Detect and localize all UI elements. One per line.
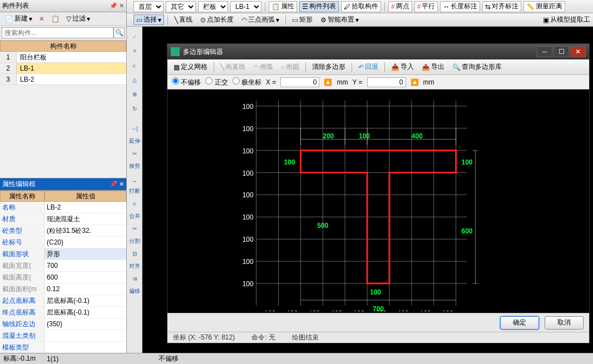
prop-value[interactable]: (350): [45, 318, 126, 330]
three-arc-button[interactable]: ◠三点画弧▾: [239, 14, 282, 25]
pin-icon[interactable]: 📌 ✕: [110, 2, 124, 9]
prop-row[interactable]: 截面宽度(700: [0, 260, 126, 272]
prop-row[interactable]: 截面形状异形: [0, 248, 126, 260]
prop-row[interactable]: 轴线距左边(350): [0, 318, 126, 330]
prop-value[interactable]: (粒径31.5砼32.: [45, 225, 126, 236]
floor-select[interactable]: 首层: [134, 1, 164, 12]
prop-value[interactable]: (C20): [45, 237, 126, 248]
draw-readout: 绘图结束: [292, 333, 319, 342]
tool-icon[interactable]: ⟀: [129, 59, 141, 71]
measure-button[interactable]: 📏测量距离: [523, 1, 565, 12]
new-button[interactable]: 📄新建▾: [2, 13, 35, 24]
length-dim-button[interactable]: ↔长度标注: [440, 1, 480, 12]
close-button[interactable]: ✕: [570, 46, 586, 57]
search-input[interactable]: [2, 27, 113, 38]
tool-icon[interactable]: ✧: [129, 44, 141, 57]
prop-value[interactable]: 层底标高(-0.1): [45, 295, 126, 306]
offset-tool[interactable]: ⇉: [129, 272, 141, 285]
export-button[interactable]: 📤导出: [419, 62, 447, 72]
ortho-radio[interactable]: 正交: [205, 77, 228, 87]
draw-line-button[interactable]: ╲画直线: [218, 62, 248, 72]
prop-name: 混凝土类别: [0, 330, 45, 341]
trim-tool[interactable]: ✂: [129, 147, 141, 159]
search-button[interactable]: 🔍: [113, 27, 125, 38]
prop-row[interactable]: 名称LB-2: [0, 202, 126, 213]
prop-row[interactable]: 砼标号(C20): [0, 237, 126, 248]
unit-label: mm: [423, 78, 434, 86]
table-row[interactable]: 1 阳台栏板: [0, 52, 126, 63]
component-list-button[interactable]: ☰构件列表: [299, 1, 339, 12]
search-row: 🔍: [0, 26, 126, 41]
align-tool[interactable]: ⊟: [129, 247, 141, 260]
point-length-button[interactable]: ⊙点加长度: [197, 14, 236, 25]
draw-circle-button[interactable]: ○画圆: [278, 62, 302, 72]
polygon-canvas[interactable]: 200 100 400 100 100 500 600 100 700 1001…: [167, 89, 589, 313]
prop-row[interactable]: 材质现浇混凝土: [0, 213, 126, 225]
offset-mode: 不偏移: [159, 354, 179, 363]
query-library-button[interactable]: 🔍查询多边形库: [449, 62, 505, 72]
select-button[interactable]: ▭选择▾: [134, 14, 164, 25]
prop-row[interactable]: 截面面积(m0.12: [0, 283, 126, 295]
prop-value[interactable]: 现浇混凝土: [45, 213, 126, 225]
from-model-button[interactable]: ▣从模型提取工: [540, 14, 593, 25]
titlebar[interactable]: 多边形编辑器 ─ ☐ ✕: [167, 44, 589, 59]
prop-row[interactable]: 混凝土类别: [0, 330, 126, 342]
merge-tool[interactable]: ⎌: [129, 197, 141, 210]
grid-column-header: 构件名称: [0, 41, 126, 52]
item-select[interactable]: LB-1: [230, 1, 261, 12]
polar-radio[interactable]: 极坐标: [233, 77, 261, 87]
draw-arc-button[interactable]: ◠画弧: [250, 62, 276, 72]
coord-readout: 坐标 (X: -576 Y: 812): [173, 333, 235, 342]
table-row[interactable]: 3 LB-2: [0, 74, 126, 85]
break-tool[interactable]: ⎯: [129, 172, 141, 185]
main-statusbar: 标高:-0.1m 1(1) 不偏移: [0, 353, 593, 364]
tool-icon[interactable]: ⊕: [129, 88, 141, 100]
import-button[interactable]: 📥导入: [388, 62, 417, 72]
prop-value[interactable]: 异形: [45, 248, 126, 260]
prop-value[interactable]: 600: [45, 272, 126, 283]
cancel-button[interactable]: 取消: [545, 316, 584, 330]
type-select[interactable]: 栏板: [198, 1, 228, 12]
split-tool[interactable]: ✂: [129, 222, 141, 235]
delete-button[interactable]: ✕: [36, 14, 47, 23]
prop-value[interactable]: 700: [45, 260, 126, 271]
pin-icon[interactable]: 📌 ✕: [110, 181, 124, 188]
prop-value[interactable]: 0.12: [45, 283, 126, 295]
svg-text:100: 100: [309, 310, 320, 311]
filter-button[interactable]: ▽过滤▾: [63, 13, 93, 24]
rect-button[interactable]: ▭矩形: [289, 14, 315, 25]
prop-row[interactable]: 截面高度(600: [0, 272, 126, 283]
y-input[interactable]: [367, 77, 406, 87]
parallel-button[interactable]: #平行: [414, 1, 438, 12]
define-grid-button[interactable]: ▦定义网格: [171, 62, 210, 72]
copy-button[interactable]: 📋: [48, 14, 62, 23]
tool-icon[interactable]: △: [129, 73, 141, 86]
pick-component-button[interactable]: 🖊拾取构件: [341, 1, 381, 12]
ok-button[interactable]: 确定: [500, 316, 539, 330]
minimize-button[interactable]: ─: [537, 46, 552, 57]
svg-text:100: 100: [243, 103, 254, 111]
prop-value[interactable]: [45, 342, 126, 353]
maximize-button[interactable]: ☐: [554, 46, 569, 57]
prop-value[interactable]: 层底标高(-0.1): [45, 307, 126, 318]
category-select[interactable]: 其它: [166, 1, 196, 12]
line-button[interactable]: ╲直线: [171, 14, 195, 25]
tool-icon[interactable]: ⟋: [129, 30, 141, 42]
tool-icon[interactable]: ↻: [129, 102, 141, 114]
prop-row[interactable]: 终点底标高层底标高(-0.1): [0, 307, 126, 318]
properties-button[interactable]: 📋属性: [269, 1, 297, 12]
extend-tool[interactable]: →|: [129, 122, 141, 134]
prop-row[interactable]: 起点底标高层底标高(-0.1): [0, 295, 126, 307]
clear-polygon-button[interactable]: 清除多边形: [309, 62, 348, 72]
table-row[interactable]: 2 LB-1: [0, 63, 126, 74]
two-point-button[interactable]: #两点: [388, 1, 412, 12]
prop-row[interactable]: 模板类型: [0, 342, 126, 353]
smart-layout-button[interactable]: ⚙智能布置▾: [318, 14, 362, 25]
no-offset-radio[interactable]: 不偏移: [172, 77, 201, 87]
align-dim-button[interactable]: ⇆对齐标注: [482, 1, 521, 12]
prop-row[interactable]: 砼类型(粒径31.5砼32.: [0, 225, 126, 237]
prop-value[interactable]: [45, 330, 126, 341]
undo-button[interactable]: ↶回退: [355, 62, 381, 72]
prop-value[interactable]: LB-2: [45, 202, 126, 213]
x-input[interactable]: [280, 77, 319, 87]
